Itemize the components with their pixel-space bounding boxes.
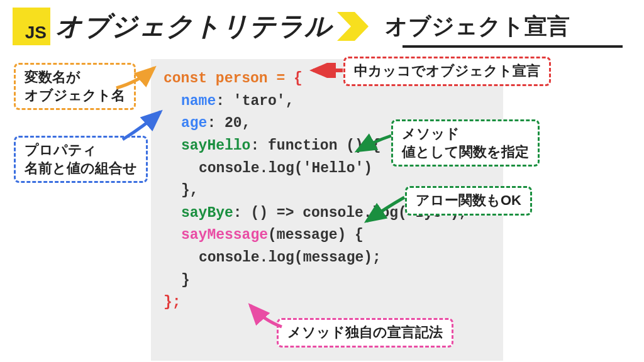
- code-person: person: [216, 70, 268, 87]
- code-sayhello-val: : function () {: [250, 138, 380, 154]
- code-brace-open: {: [294, 70, 303, 87]
- code-age-val: : 20,: [207, 115, 250, 131]
- callout-arrow-fn: アロー関数もOK: [405, 186, 532, 216]
- code-console-msg: console.log(message);: [199, 247, 491, 270]
- code-name-val: : 'taro',: [216, 93, 294, 109]
- code-saymessage-val: (message) {: [268, 227, 364, 243]
- code-end: };: [164, 294, 181, 310]
- callout-braces: 中カッコでオブジェクト宣言: [343, 57, 551, 86]
- code-const: const: [164, 70, 207, 87]
- code-eq: =: [276, 70, 285, 87]
- code-age-key: age: [181, 115, 207, 131]
- js-badge-icon: JS: [13, 8, 50, 45]
- callout-property: プロパティ 名前と値の組合せ: [14, 136, 148, 183]
- title-underline: [402, 45, 623, 48]
- code-sayhello-key: sayHello: [181, 138, 250, 154]
- svg-marker-0: [337, 12, 369, 41]
- chevron-icon: [337, 12, 375, 41]
- code-name-key: name: [181, 93, 216, 109]
- callout-method: メソッド 値として関数を指定: [391, 119, 540, 167]
- code-saybye-key: sayBye: [181, 205, 233, 221]
- callout-shorthand: メソッド独自の宣言記法: [277, 318, 453, 348]
- title-main: オブジェクトリテラル: [55, 9, 332, 44]
- title-sub: オブジェクト宣言: [385, 11, 570, 42]
- callout-variable-name: 変数名が オブジェクト名: [14, 63, 136, 110]
- js-badge-text: JS: [25, 23, 47, 43]
- code-braceclose2: }: [181, 270, 491, 292]
- code-saymessage-key: sayMessage: [181, 227, 268, 243]
